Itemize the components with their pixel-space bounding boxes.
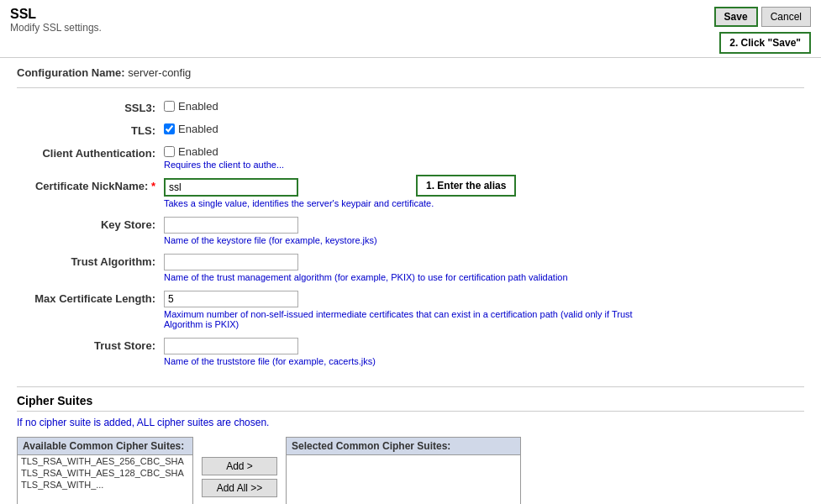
tls-row: TLS: Enabled [17,123,804,137]
max-cert-length-hint: Maximum number of non-self-issued interm… [164,309,651,329]
save-button[interactable]: Save [714,7,758,27]
trust-algorithm-hint: Name of the trust management algorithm (… [164,272,568,282]
cipher-tables: Available Common Cipher Suites: TLS_RSA_… [17,437,804,504]
header-right: Save Cancel 2. Click "Save" [714,7,811,54]
tls-control: Enabled [164,123,218,135]
cert-nickname-label: Certificate NickName: * [17,178,164,192]
page-subtitle: Modify SSL settings. [10,22,102,34]
selected-cipher-list[interactable] [287,455,520,504]
divider-2 [17,386,804,387]
list-item[interactable]: TLS_RSA_WITH_... [18,479,192,491]
header-left: SSL Modify SSL settings. [10,7,102,34]
client-auth-checkbox-row: Enabled [164,145,284,158]
cipher-suites-note: If no cipher suite is added, ALL cipher … [17,417,804,428]
trust-store-control: Name of the truststore file (for example… [164,338,376,366]
config-name-row: Configuration Name: server-config [17,66,804,79]
form-section: SSL3: Enabled TLS: Enabled Client Authen… [17,95,804,380]
selected-cipher-box: Selected Common Cipher Suites: [286,437,521,504]
available-cipher-box: Available Common Cipher Suites: TLS_RSA_… [17,437,193,504]
main-content: Configuration Name: server-config SSL3: … [0,58,821,504]
selected-cipher-header: Selected Common Cipher Suites: [287,438,520,455]
config-name-label: Configuration Name: [17,66,125,79]
max-cert-length-row: Max Certificate Length: Maximum number o… [17,291,804,329]
ssl3-checkbox[interactable] [164,101,175,112]
trust-algorithm-label: Trust Algorithm: [17,254,164,268]
cancel-button[interactable]: Cancel [761,7,811,27]
ssl3-enabled-label: Enabled [178,100,218,113]
cert-nickname-control: 1. Enter the alias Takes a single value,… [164,178,434,208]
cipher-action-buttons: Add > Add All >> [193,457,286,497]
key-store-control: Name of the keystore file (for example, … [164,217,377,245]
ssl3-checkbox-row: Enabled [164,100,218,113]
cert-nickname-row: Certificate NickName: * 1. Enter the ali… [17,178,804,208]
client-auth-row: Client Authentication: Enabled Requires … [17,145,804,170]
config-name-value: server-config [128,66,191,79]
tls-checkbox[interactable] [164,123,175,134]
page-title: SSL [10,7,102,22]
trust-store-hint: Name of the truststore file (for example… [164,356,376,366]
trust-algorithm-input[interactable] [164,254,298,270]
trust-algorithm-control: Name of the trust management algorithm (… [164,254,568,282]
key-store-input[interactable] [164,217,298,234]
cert-nickname-input[interactable] [164,178,298,197]
ssl3-row: SSL3: Enabled [17,100,804,114]
save-callout: 2. Click "Save" [719,32,811,54]
tls-enabled-label: Enabled [178,123,218,135]
trust-store-row: Trust Store: Name of the truststore file… [17,338,804,366]
trust-store-input[interactable] [164,338,298,354]
available-cipher-header: Available Common Cipher Suites: [18,438,192,455]
ssl3-control: Enabled [164,100,218,113]
cipher-suites-section: Cipher Suites If no cipher suite is adde… [17,394,804,504]
client-auth-label: Client Authentication: [17,145,164,160]
add-all-button[interactable]: Add All >> [202,479,277,497]
trust-store-label: Trust Store: [17,338,164,352]
list-item[interactable]: TLS_RSA_WITH_AES_128_CBC_SHA [18,467,192,479]
key-store-hint: Name of the keystore file (for example, … [164,235,377,245]
page-header: SSL Modify SSL settings. Save Cancel 2. … [0,0,821,58]
cipher-suites-title: Cipher Suites [17,394,804,412]
cert-nickname-hint: Takes a single value, identifies the ser… [164,198,434,208]
max-cert-length-label: Max Certificate Length: [17,291,164,305]
client-auth-hint: Requires the client to authe... [164,160,284,170]
client-auth-enabled-label: Enabled [178,145,218,158]
key-store-row: Key Store: Name of the keystore file (fo… [17,217,804,245]
tls-checkbox-row: Enabled [164,123,218,135]
alias-callout: 1. Enter the alias [416,175,516,197]
client-auth-control: Enabled Requires the client to authe... [164,145,284,170]
trust-algorithm-row: Trust Algorithm: Name of the trust manag… [17,254,804,282]
max-cert-length-input[interactable] [164,291,298,307]
ssl3-label: SSL3: [17,100,164,114]
available-cipher-list[interactable]: TLS_RSA_WITH_AES_256_CBC_SHA TLS_RSA_WIT… [18,455,192,504]
button-row: Save Cancel [714,7,811,27]
tls-label: TLS: [17,123,164,137]
list-item[interactable]: TLS_RSA_WITH_AES_256_CBC_SHA [18,455,192,467]
client-auth-checkbox[interactable] [164,146,175,157]
max-cert-length-control: Maximum number of non-self-issued interm… [164,291,651,329]
key-store-label: Key Store: [17,217,164,231]
required-marker: * [151,180,155,192]
add-button[interactable]: Add > [202,457,277,475]
divider-1 [17,87,804,88]
